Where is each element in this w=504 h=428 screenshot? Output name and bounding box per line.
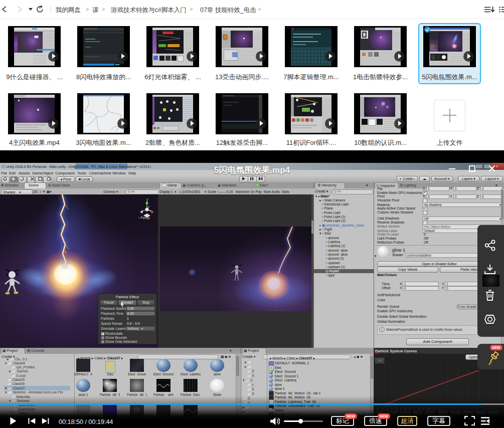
svg-text:y: y bbox=[146, 197, 148, 201]
